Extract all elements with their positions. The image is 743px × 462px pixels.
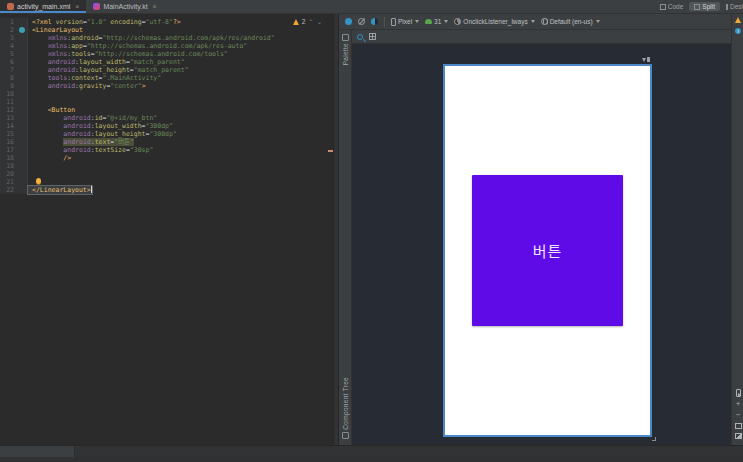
layout-gutter-icon[interactable]: [19, 27, 25, 33]
code-line[interactable]: 11: [0, 98, 333, 106]
code-text: [28, 178, 41, 186]
device-selector[interactable]: Pixel: [391, 18, 419, 26]
breadcrumb-strip: [0, 457, 743, 462]
pan-icon[interactable]: [735, 433, 742, 439]
design-canvas[interactable]: 버튼: [352, 44, 731, 445]
code-text: android:text="버튼": [28, 138, 134, 146]
tab-label: activity_main.xml: [17, 3, 70, 10]
code-line[interactable]: 19: [0, 162, 333, 170]
code-line[interactable]: 20: [0, 170, 333, 178]
chevron-down-icon: [444, 20, 448, 23]
close-icon[interactable]: ×: [75, 3, 79, 10]
split-view-icon: [694, 4, 700, 10]
zoom-in-button[interactable]: +: [736, 401, 740, 408]
design-pane: Pixel 31 OnclickListener_lways Default (…: [339, 14, 731, 445]
gutter: [16, 178, 28, 186]
code-text: android:layout_height="300dp": [28, 130, 177, 138]
palette-tab[interactable]: Palette: [339, 34, 352, 65]
editor-tab-bar: activity_main.xml × MainActivity.kt × Co…: [0, 0, 743, 14]
code-line[interactable]: 16 android:text="버튼": [0, 138, 333, 146]
code-line[interactable]: 10: [0, 90, 333, 98]
warning-icon[interactable]: [735, 17, 741, 23]
kotlin-file-icon: [93, 3, 100, 10]
device-preview[interactable]: 버튼: [443, 64, 652, 437]
right-tool-strip: i + −: [731, 14, 743, 445]
orientation-icon[interactable]: [358, 18, 365, 25]
code-line[interactable]: 12 <Button: [0, 106, 333, 114]
preview-button[interactable]: 버튼: [472, 175, 623, 326]
tab-mainactivity-kt[interactable]: MainActivity.kt ×: [86, 0, 163, 13]
code-line[interactable]: 6 android:layout_width="match_parent": [0, 58, 333, 66]
info-icon[interactable]: i: [735, 28, 741, 34]
xml-layout-file-icon: [7, 3, 14, 10]
line-number: 6: [0, 58, 16, 66]
night-mode-icon[interactable]: [371, 18, 378, 25]
theme-label: OnclickListener_lways: [463, 18, 527, 25]
view-mode-split[interactable]: Split: [689, 2, 720, 11]
close-icon[interactable]: ×: [153, 3, 157, 10]
code-line[interactable]: 13 android:id="@+id/my_btn": [0, 114, 333, 122]
line-number: 18: [0, 154, 16, 162]
zoom-actual-size-icon[interactable]: [735, 423, 742, 429]
zoom-to-fit-icon[interactable]: [736, 389, 741, 397]
design-surface-icon[interactable]: [345, 18, 352, 25]
line-number: 11: [0, 98, 16, 106]
intention-bulb-icon[interactable]: [36, 178, 41, 184]
code-text: [28, 170, 32, 178]
code-line[interactable]: 17 android:textSize="30sp": [0, 146, 333, 154]
view-mode-design[interactable]: Design: [721, 2, 743, 11]
code-line[interactable]: 3 xmlns:android="http://schemas.android.…: [0, 34, 333, 42]
device-label: Pixel: [398, 18, 412, 25]
locale-icon: [541, 18, 548, 25]
view-mode-switcher: Code Split Design: [655, 0, 743, 13]
gutter: [16, 130, 28, 138]
prev-next-warning-icons[interactable]: ⌃ ⌄: [308, 18, 323, 25]
code-line[interactable]: 22</LinearLayout>: [0, 186, 333, 194]
code-line[interactable]: 9 android:gravity="center">: [0, 82, 333, 90]
code-line[interactable]: 14 android:layout_width="300dp": [0, 122, 333, 130]
component-tree-tab[interactable]: Component Tree: [339, 377, 352, 439]
code-line[interactable]: 1<?xml version="1.0" encoding="utf-8"?>: [0, 18, 333, 26]
code-line[interactable]: 5 xmlns:tools="http://schemas.android.co…: [0, 50, 333, 58]
code-line[interactable]: 7 android:layout_height="match_parent": [0, 66, 333, 74]
api-level-selector[interactable]: 31: [425, 18, 448, 25]
design-toolbar-secondary: [352, 30, 731, 44]
code-text: xmlns:tools="http://schemas.android.com/…: [28, 50, 228, 58]
resize-handle-icon[interactable]: [652, 437, 656, 441]
code-text: xmlns:app="http://schemas.android.com/ap…: [28, 42, 247, 50]
gutter: [16, 170, 28, 178]
code-line[interactable]: 8 tools:context=".MainActivity": [0, 74, 333, 82]
api-level-label: 31: [434, 18, 441, 25]
magnifier-icon[interactable]: [357, 34, 363, 40]
code-line[interactable]: 15 android:layout_height="300dp": [0, 130, 333, 138]
zoom-out-button[interactable]: −: [736, 412, 740, 419]
tab-activity-main-xml[interactable]: activity_main.xml ×: [0, 0, 86, 13]
line-number: 10: [0, 90, 16, 98]
code-text: />: [28, 154, 71, 162]
line-number: 14: [0, 122, 16, 130]
view-options-icon[interactable]: [369, 33, 376, 40]
warning-stripe-mark[interactable]: [328, 150, 333, 152]
theme-selector[interactable]: OnclickListener_lways: [454, 18, 534, 25]
gutter: [16, 186, 28, 194]
code-text: <Button: [28, 106, 75, 114]
error-stripe[interactable]: [328, 14, 333, 445]
android-studio-window: activity_main.xml × MainActivity.kt × Co…: [0, 0, 743, 462]
inspections-widget[interactable]: 2 ⌃ ⌄: [293, 18, 323, 25]
code-text: [28, 98, 32, 106]
locale-selector[interactable]: Default (en-us): [541, 18, 600, 25]
code-line[interactable]: 21: [0, 178, 333, 186]
design-body: Palette Component Tree: [339, 30, 731, 445]
code-line[interactable]: 4 xmlns:app="http://schemas.android.com/…: [0, 42, 333, 50]
view-mode-code[interactable]: Code: [655, 2, 689, 11]
palette-icon: [342, 34, 349, 41]
code-line[interactable]: 18 />: [0, 154, 333, 162]
locale-label: Default (en-us): [550, 18, 593, 25]
design-side-strip: Palette Component Tree: [339, 30, 352, 445]
code-line[interactable]: 2<LinearLayout: [0, 26, 333, 34]
palette-label: Palette: [342, 43, 349, 65]
code-editor[interactable]: 1<?xml version="1.0" encoding="utf-8"?>2…: [0, 14, 333, 445]
gutter: [16, 82, 28, 90]
wifi-icon: [642, 58, 646, 62]
gutter: [16, 26, 28, 34]
